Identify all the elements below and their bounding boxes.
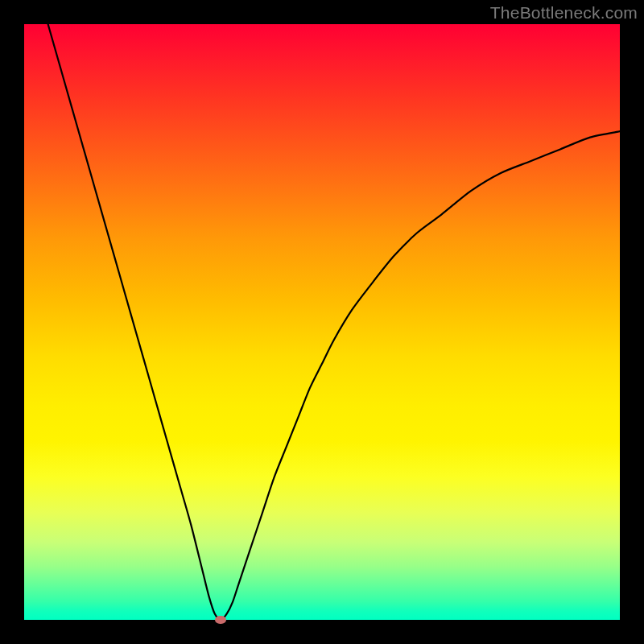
watermark-text: TheBottleneck.com (490, 3, 638, 23)
optimum-marker (215, 616, 226, 624)
bottleneck-curve (48, 24, 620, 620)
curve-svg (24, 24, 620, 620)
plot-area (24, 24, 620, 620)
chart-container: TheBottleneck.com (0, 0, 644, 644)
